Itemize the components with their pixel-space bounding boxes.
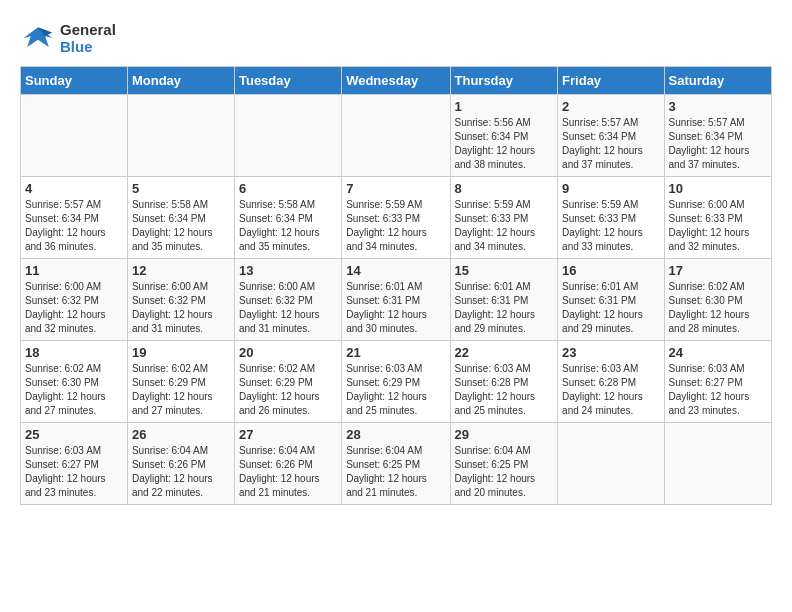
calendar-day-7: 7Sunrise: 5:59 AM Sunset: 6:33 PM Daylig… — [342, 177, 450, 259]
logo: General Blue — [20, 20, 116, 56]
day-number: 14 — [346, 263, 445, 278]
day-number: 29 — [455, 427, 554, 442]
header-thursday: Thursday — [450, 67, 558, 95]
day-info: Sunrise: 6:04 AM Sunset: 6:26 PM Dayligh… — [239, 444, 337, 500]
day-info: Sunrise: 6:01 AM Sunset: 6:31 PM Dayligh… — [562, 280, 659, 336]
calendar-table: SundayMondayTuesdayWednesdayThursdayFrid… — [20, 66, 772, 505]
day-number: 10 — [669, 181, 767, 196]
day-number: 3 — [669, 99, 767, 114]
day-number: 4 — [25, 181, 123, 196]
day-number: 5 — [132, 181, 230, 196]
day-info: Sunrise: 6:00 AM Sunset: 6:32 PM Dayligh… — [132, 280, 230, 336]
day-info: Sunrise: 6:01 AM Sunset: 6:31 PM Dayligh… — [455, 280, 554, 336]
day-info: Sunrise: 6:00 AM Sunset: 6:32 PM Dayligh… — [25, 280, 123, 336]
day-number: 18 — [25, 345, 123, 360]
calendar-day-18: 18Sunrise: 6:02 AM Sunset: 6:30 PM Dayli… — [21, 341, 128, 423]
day-info: Sunrise: 5:57 AM Sunset: 6:34 PM Dayligh… — [562, 116, 659, 172]
day-number: 26 — [132, 427, 230, 442]
calendar-empty-cell — [342, 95, 450, 177]
day-info: Sunrise: 6:04 AM Sunset: 6:26 PM Dayligh… — [132, 444, 230, 500]
day-number: 7 — [346, 181, 445, 196]
calendar-empty-cell — [558, 423, 664, 505]
calendar-day-25: 25Sunrise: 6:03 AM Sunset: 6:27 PM Dayli… — [21, 423, 128, 505]
day-info: Sunrise: 6:02 AM Sunset: 6:30 PM Dayligh… — [669, 280, 767, 336]
header-monday: Monday — [127, 67, 234, 95]
calendar-week-row: 11Sunrise: 6:00 AM Sunset: 6:32 PM Dayli… — [21, 259, 772, 341]
day-number: 20 — [239, 345, 337, 360]
day-info: Sunrise: 5:59 AM Sunset: 6:33 PM Dayligh… — [455, 198, 554, 254]
calendar-week-row: 25Sunrise: 6:03 AM Sunset: 6:27 PM Dayli… — [21, 423, 772, 505]
day-number: 17 — [669, 263, 767, 278]
day-info: Sunrise: 6:04 AM Sunset: 6:25 PM Dayligh… — [455, 444, 554, 500]
calendar-day-27: 27Sunrise: 6:04 AM Sunset: 6:26 PM Dayli… — [234, 423, 341, 505]
day-info: Sunrise: 5:56 AM Sunset: 6:34 PM Dayligh… — [455, 116, 554, 172]
day-number: 28 — [346, 427, 445, 442]
day-info: Sunrise: 6:00 AM Sunset: 6:32 PM Dayligh… — [239, 280, 337, 336]
day-info: Sunrise: 5:57 AM Sunset: 6:34 PM Dayligh… — [669, 116, 767, 172]
header-friday: Friday — [558, 67, 664, 95]
calendar-day-4: 4Sunrise: 5:57 AM Sunset: 6:34 PM Daylig… — [21, 177, 128, 259]
day-number: 1 — [455, 99, 554, 114]
day-info: Sunrise: 6:00 AM Sunset: 6:33 PM Dayligh… — [669, 198, 767, 254]
calendar-header-row: SundayMondayTuesdayWednesdayThursdayFrid… — [21, 67, 772, 95]
page-header: General Blue — [20, 20, 772, 56]
day-number: 19 — [132, 345, 230, 360]
day-number: 8 — [455, 181, 554, 196]
day-info: Sunrise: 6:02 AM Sunset: 6:29 PM Dayligh… — [132, 362, 230, 418]
day-number: 22 — [455, 345, 554, 360]
svg-marker-0 — [24, 27, 53, 47]
calendar-day-13: 13Sunrise: 6:00 AM Sunset: 6:32 PM Dayli… — [234, 259, 341, 341]
calendar-day-2: 2Sunrise: 5:57 AM Sunset: 6:34 PM Daylig… — [558, 95, 664, 177]
day-info: Sunrise: 5:58 AM Sunset: 6:34 PM Dayligh… — [132, 198, 230, 254]
calendar-day-11: 11Sunrise: 6:00 AM Sunset: 6:32 PM Dayli… — [21, 259, 128, 341]
calendar-week-row: 18Sunrise: 6:02 AM Sunset: 6:30 PM Dayli… — [21, 341, 772, 423]
day-number: 16 — [562, 263, 659, 278]
day-number: 27 — [239, 427, 337, 442]
calendar-day-24: 24Sunrise: 6:03 AM Sunset: 6:27 PM Dayli… — [664, 341, 771, 423]
calendar-day-15: 15Sunrise: 6:01 AM Sunset: 6:31 PM Dayli… — [450, 259, 558, 341]
day-info: Sunrise: 5:57 AM Sunset: 6:34 PM Dayligh… — [25, 198, 123, 254]
calendar-day-6: 6Sunrise: 5:58 AM Sunset: 6:34 PM Daylig… — [234, 177, 341, 259]
logo-text: General Blue — [60, 21, 116, 55]
calendar-empty-cell — [664, 423, 771, 505]
calendar-day-22: 22Sunrise: 6:03 AM Sunset: 6:28 PM Dayli… — [450, 341, 558, 423]
calendar-day-12: 12Sunrise: 6:00 AM Sunset: 6:32 PM Dayli… — [127, 259, 234, 341]
day-info: Sunrise: 6:02 AM Sunset: 6:29 PM Dayligh… — [239, 362, 337, 418]
day-number: 23 — [562, 345, 659, 360]
calendar-week-row: 4Sunrise: 5:57 AM Sunset: 6:34 PM Daylig… — [21, 177, 772, 259]
calendar-day-16: 16Sunrise: 6:01 AM Sunset: 6:31 PM Dayli… — [558, 259, 664, 341]
header-saturday: Saturday — [664, 67, 771, 95]
day-info: Sunrise: 6:01 AM Sunset: 6:31 PM Dayligh… — [346, 280, 445, 336]
calendar-day-28: 28Sunrise: 6:04 AM Sunset: 6:25 PM Dayli… — [342, 423, 450, 505]
calendar-empty-cell — [234, 95, 341, 177]
header-sunday: Sunday — [21, 67, 128, 95]
day-number: 24 — [669, 345, 767, 360]
day-info: Sunrise: 6:03 AM Sunset: 6:28 PM Dayligh… — [562, 362, 659, 418]
day-info: Sunrise: 6:02 AM Sunset: 6:30 PM Dayligh… — [25, 362, 123, 418]
calendar-day-23: 23Sunrise: 6:03 AM Sunset: 6:28 PM Dayli… — [558, 341, 664, 423]
calendar-day-3: 3Sunrise: 5:57 AM Sunset: 6:34 PM Daylig… — [664, 95, 771, 177]
calendar-day-1: 1Sunrise: 5:56 AM Sunset: 6:34 PM Daylig… — [450, 95, 558, 177]
calendar-day-19: 19Sunrise: 6:02 AM Sunset: 6:29 PM Dayli… — [127, 341, 234, 423]
day-info: Sunrise: 5:59 AM Sunset: 6:33 PM Dayligh… — [562, 198, 659, 254]
header-tuesday: Tuesday — [234, 67, 341, 95]
calendar-empty-cell — [127, 95, 234, 177]
day-number: 9 — [562, 181, 659, 196]
day-number: 12 — [132, 263, 230, 278]
day-number: 11 — [25, 263, 123, 278]
logo-icon — [20, 20, 56, 56]
day-info: Sunrise: 6:03 AM Sunset: 6:27 PM Dayligh… — [669, 362, 767, 418]
day-info: Sunrise: 5:59 AM Sunset: 6:33 PM Dayligh… — [346, 198, 445, 254]
header-wednesday: Wednesday — [342, 67, 450, 95]
calendar-day-29: 29Sunrise: 6:04 AM Sunset: 6:25 PM Dayli… — [450, 423, 558, 505]
day-number: 13 — [239, 263, 337, 278]
calendar-week-row: 1Sunrise: 5:56 AM Sunset: 6:34 PM Daylig… — [21, 95, 772, 177]
day-info: Sunrise: 6:03 AM Sunset: 6:27 PM Dayligh… — [25, 444, 123, 500]
calendar-day-14: 14Sunrise: 6:01 AM Sunset: 6:31 PM Dayli… — [342, 259, 450, 341]
calendar-day-10: 10Sunrise: 6:00 AM Sunset: 6:33 PM Dayli… — [664, 177, 771, 259]
calendar-day-20: 20Sunrise: 6:02 AM Sunset: 6:29 PM Dayli… — [234, 341, 341, 423]
day-info: Sunrise: 5:58 AM Sunset: 6:34 PM Dayligh… — [239, 198, 337, 254]
day-number: 6 — [239, 181, 337, 196]
calendar-day-21: 21Sunrise: 6:03 AM Sunset: 6:29 PM Dayli… — [342, 341, 450, 423]
day-number: 2 — [562, 99, 659, 114]
